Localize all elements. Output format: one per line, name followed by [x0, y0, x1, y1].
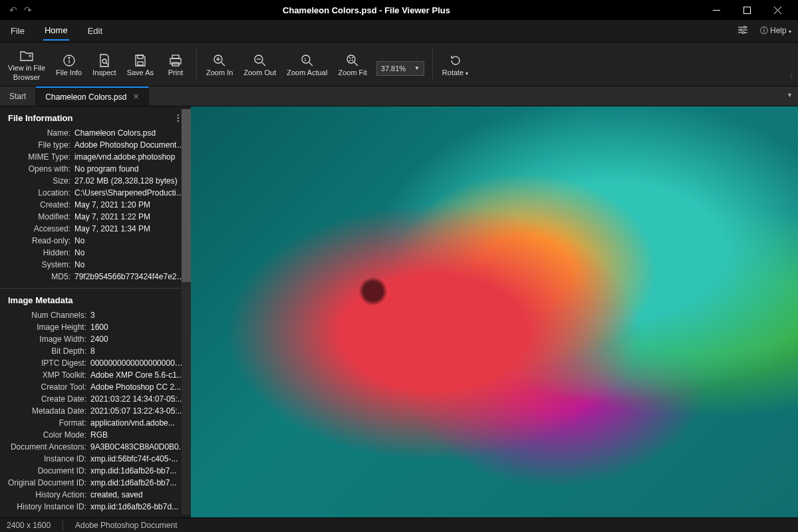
- svg-line-25: [262, 63, 265, 66]
- titlebar: ↶ ↷ Chameleon Colors.psd - File Viewer P…: [0, 0, 798, 20]
- zoom-out-icon: [253, 53, 267, 68]
- rotate-button[interactable]: Rotate ▾: [437, 44, 473, 85]
- meta-value: xmp.iid:56bfc74f-c405-...: [90, 454, 191, 464]
- menu-file[interactable]: File: [9, 22, 26, 40]
- meta-value: 0000000000000000000000...: [90, 358, 191, 368]
- metadata-row: Bit Depth:8: [0, 345, 191, 357]
- info-value: No: [74, 248, 191, 257]
- info-value: May 7, 2021 1:20 PM: [74, 200, 191, 209]
- info-value: No: [74, 260, 191, 269]
- close-tab-icon[interactable]: ✕: [133, 92, 139, 101]
- info-key: MD5:: [0, 272, 74, 281]
- svg-point-7: [739, 29, 741, 31]
- info-value: May 7, 2021 1:34 PM: [74, 224, 191, 233]
- info-value: 79f2b954566b773424f4e7e247c...: [74, 272, 191, 281]
- status-filetype: Adobe Photoshop Document: [75, 521, 177, 530]
- info-key: Location:: [0, 188, 74, 198]
- maximize-button[interactable]: [732, 0, 762, 20]
- tab-overflow-icon[interactable]: ▼: [787, 92, 793, 98]
- file-info-row: Name:Chameleon Colors.psd: [0, 127, 191, 139]
- zoom-in-icon: [213, 53, 226, 68]
- file-info-button[interactable]: File Info: [51, 44, 87, 85]
- file-info-row: Accessed:May 7, 2021 1:34 PM: [0, 223, 191, 235]
- print-button[interactable]: Print: [159, 44, 192, 85]
- info-key: Accessed:: [0, 224, 74, 233]
- meta-key: Num Channels:: [0, 311, 90, 320]
- undo-icon[interactable]: ↶: [9, 5, 17, 15]
- window-title: Chameleon Colors.psd - File Viewer Plus: [32, 5, 701, 15]
- metadata-row: Image Height:1600: [0, 321, 191, 333]
- info-key: Name:: [0, 128, 74, 138]
- zoom-actual-button[interactable]: 1 Zoom Actual: [281, 44, 332, 85]
- meta-value: 1600: [90, 323, 191, 332]
- info-key: Hidden:: [0, 248, 74, 257]
- info-value: No program found: [74, 164, 191, 174]
- metadata-row: Document ID:xmp.did:1d6afb26-bb7...: [0, 465, 191, 477]
- zoom-fit-button[interactable]: Zoom Fit: [332, 44, 372, 85]
- collapse-ribbon-icon[interactable]: 〈: [786, 72, 793, 81]
- save-as-button[interactable]: Save As: [122, 44, 159, 85]
- meta-key: Create Date:: [0, 394, 90, 404]
- file-info-header: File Information ⋯: [0, 106, 191, 127]
- file-info-row: File type:Adobe Photoshop Document (....: [0, 139, 191, 151]
- meta-key: History Action:: [0, 490, 90, 499]
- metadata-row: Creator Tool:Adobe Photoshop CC 2...: [0, 381, 191, 393]
- meta-value: 2021:05:07 13:22:43-05:...: [90, 406, 191, 416]
- meta-value: 2021:03:22 14:34:07-05:...: [90, 394, 191, 404]
- zoom-in-button[interactable]: Zoom In: [201, 44, 238, 85]
- close-button[interactable]: [762, 0, 793, 20]
- svg-point-30: [347, 55, 355, 63]
- info-key: System:: [0, 260, 74, 269]
- meta-value: xmp.did:1d6afb26-bb7...: [90, 466, 191, 475]
- meta-key: Creator Tool:: [0, 382, 90, 392]
- redo-icon[interactable]: ↷: [24, 5, 32, 15]
- file-info-row: System:No: [0, 259, 191, 271]
- meta-value: Adobe Photoshop CC 2...: [90, 382, 191, 392]
- info-icon: [63, 53, 76, 68]
- metadata-row: Num Channels:3: [0, 309, 191, 321]
- inspect-button[interactable]: Inspect: [87, 44, 121, 85]
- file-info-row: Opens with:No program found: [0, 163, 191, 175]
- meta-value: 9A3B0C483CB8A0D0B0...: [90, 442, 191, 452]
- tab-file[interactable]: Chameleon Colors.psd ✕: [36, 86, 149, 106]
- metadata-row: Metadata Date:2021:05:07 13:22:43-05:...: [0, 405, 191, 417]
- menu-edit[interactable]: Edit: [86, 22, 104, 40]
- meta-value: Adobe XMP Core 5.6-c1...: [90, 370, 191, 380]
- meta-key: History Instance ID:: [0, 502, 90, 511]
- metadata-row: Color Mode:RGB: [0, 429, 191, 441]
- info-key: Size:: [0, 176, 74, 186]
- meta-key: Color Mode:: [0, 430, 90, 440]
- settings-icon[interactable]: [737, 26, 748, 36]
- info-key: Modified:: [0, 212, 74, 221]
- status-bar: 2400 x 1600 Adobe Photoshop Document: [0, 517, 798, 532]
- status-dimensions: 2400 x 1600: [7, 521, 51, 530]
- metadata-row: History Action:created, saved: [0, 489, 191, 501]
- info-value: 27.02 MB (28,328,128 bytes): [74, 176, 191, 186]
- view-in-file-browser-button[interactable]: View in File Browser: [3, 44, 51, 85]
- svg-rect-16: [138, 62, 143, 65]
- svg-point-9: [742, 32, 744, 34]
- meta-value: 8: [90, 346, 191, 356]
- svg-point-5: [743, 27, 745, 29]
- menu-home[interactable]: Home: [43, 21, 69, 41]
- help-menu[interactable]: ⓘ Help ▾: [760, 25, 791, 37]
- zoom-out-button[interactable]: Zoom Out: [238, 44, 281, 85]
- meta-key: IPTC Digest:: [0, 358, 90, 368]
- info-value: Adobe Photoshop Document (....: [74, 140, 191, 150]
- meta-key: Format:: [0, 418, 90, 428]
- zoom-level-select[interactable]: 37.81% ▼: [376, 61, 424, 76]
- meta-value: application/vnd.adobe...: [90, 418, 191, 428]
- info-value: May 7, 2021 1:22 PM: [74, 212, 191, 221]
- preview-image: [191, 106, 798, 517]
- tab-start[interactable]: Start: [0, 86, 36, 106]
- toolbar: View in File Browser File Info Inspect S…: [0, 43, 798, 86]
- metadata-row: Create Date:2021:03:22 14:34:07-05:...: [0, 393, 191, 405]
- metadata-row: Format:application/vnd.adobe...: [0, 417, 191, 429]
- sidebar-scrollbar-thumb[interactable]: [182, 109, 191, 282]
- meta-key: Document Ancestors:: [0, 442, 90, 452]
- svg-rect-17: [172, 55, 179, 59]
- file-info-row: Hidden:No: [0, 247, 191, 259]
- file-info-row: Modified:May 7, 2021 1:22 PM: [0, 211, 191, 223]
- image-viewer[interactable]: [191, 106, 798, 517]
- minimize-button[interactable]: [701, 0, 732, 20]
